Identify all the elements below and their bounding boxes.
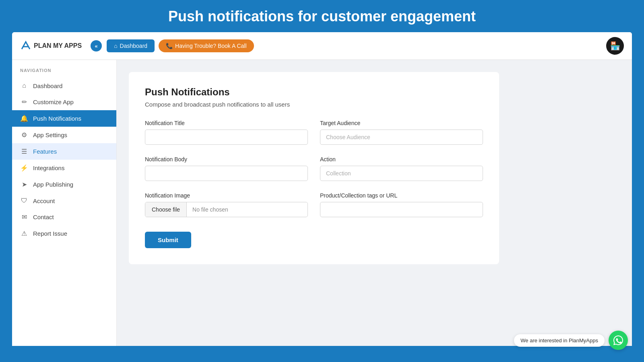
integrations-icon: ⚡ — [20, 164, 28, 172]
notification-title-group: Notification Title — [145, 120, 308, 145]
collapse-button[interactable]: « — [91, 40, 102, 51]
topbar-nav: ⌂ Dashboard 📞 Having Trouble? Book A Cal… — [107, 39, 601, 52]
form-card: Push Notifications Compose and broadcast… — [129, 72, 499, 264]
gear-icon: ⚙ — [20, 131, 28, 139]
product-tags-group: Product/Collection tags or URL — [320, 192, 483, 217]
target-audience-label: Target Audience — [320, 120, 483, 126]
warning-icon: ⚠ — [20, 230, 28, 237]
sidebar-item-dashboard[interactable]: ⌂ Dashboard — [12, 78, 116, 94]
sidebar-item-features[interactable]: ☰ Features — [12, 143, 116, 160]
form-row-2: Notification Body Action — [145, 156, 483, 181]
form-title: Push Notifications — [145, 86, 483, 98]
action-label: Action — [320, 156, 483, 162]
sidebar-item-app-publishing[interactable]: ➤ App Publishing — [12, 176, 116, 193]
pencil-icon: ✏ — [20, 98, 28, 106]
sidebar-item-contact[interactable]: ✉ Contact — [12, 209, 116, 225]
shield-icon: 🛡 — [20, 197, 28, 204]
notification-body-input[interactable] — [145, 166, 308, 181]
action-group: Action — [320, 156, 483, 181]
page-header-title: Push notifications for customer engageme… — [0, 8, 644, 25]
sidebar-item-push-notifications[interactable]: 🔔 Push Notifications — [12, 110, 116, 127]
sidebar-item-label: Contact — [33, 214, 54, 220]
publish-icon: ➤ — [20, 181, 28, 188]
brand-icon — [20, 40, 31, 51]
form-subtitle: Compose and broadcast push notifications… — [145, 101, 483, 108]
sidebar-item-app-settings[interactable]: ⚙ App Settings — [12, 127, 116, 143]
choose-file-button[interactable]: Choose file — [145, 202, 187, 217]
target-audience-group: Target Audience — [320, 120, 483, 145]
notification-image-group: Notification Image Choose file No file c… — [145, 192, 308, 217]
sidebar-item-account[interactable]: 🛡 Account — [12, 193, 116, 209]
submit-button[interactable]: Submit — [145, 232, 191, 248]
sidebar-item-integrations[interactable]: ⚡ Integrations — [12, 160, 116, 176]
notification-title-input[interactable] — [145, 130, 308, 145]
chat-bubble: We are interested in PlanMyApps — [514, 334, 605, 347]
product-tags-label: Product/Collection tags or URL — [320, 192, 483, 199]
notification-body-label: Notification Body — [145, 156, 308, 162]
action-input[interactable] — [320, 166, 483, 181]
target-audience-input[interactable] — [320, 130, 483, 145]
sidebar-item-label: Features — [33, 148, 57, 155]
trouble-button[interactable]: 📞 Having Trouble? Book A Call — [159, 39, 254, 52]
topbar-right: 🏪 — [606, 37, 624, 55]
brand-name: PLAN MY APPS — [34, 42, 82, 49]
dashboard-button[interactable]: ⌂ Dashboard — [107, 39, 155, 52]
topbar: PLAN MY APPS « ⌂ Dashboard 📞 Having Trou… — [12, 32, 632, 60]
sidebar-item-label: Dashboard — [33, 82, 62, 89]
file-name-display: No file chosen — [187, 202, 308, 217]
notification-body-group: Notification Body — [145, 156, 308, 181]
envelope-icon: ✉ — [20, 213, 28, 221]
whatsapp-icon[interactable] — [609, 331, 628, 350]
sidebar-item-label: Integrations — [33, 165, 64, 171]
sidebar-item-label: App Settings — [33, 132, 67, 138]
notification-title-label: Notification Title — [145, 120, 308, 126]
bell-icon: 🔔 — [20, 115, 28, 122]
sidebar-item-label: Customize App — [33, 99, 74, 105]
brand-logo: PLAN MY APPS — [20, 40, 82, 51]
notification-image-label: Notification Image — [145, 192, 308, 199]
form-row-3: Notification Image Choose file No file c… — [145, 192, 483, 217]
content-area: Push Notifications Compose and broadcast… — [117, 60, 632, 346]
sidebar-item-label: Push Notifications — [33, 115, 81, 122]
sidebar-item-report-issue[interactable]: ⚠ Report Issue — [12, 225, 116, 242]
sidebar: NAVIGATION ⌂ Dashboard ✏ Customize App 🔔… — [12, 60, 117, 346]
home-icon: ⌂ — [20, 82, 28, 89]
product-tags-input[interactable] — [320, 202, 483, 217]
sidebar-item-label: Account — [33, 197, 55, 204]
nav-section-label: NAVIGATION — [12, 68, 116, 78]
sidebar-item-customize-app[interactable]: ✏ Customize App — [12, 94, 116, 110]
chat-widget: We are interested in PlanMyApps — [514, 331, 628, 350]
file-input-wrapper: Choose file No file chosen — [145, 202, 308, 217]
store-icon[interactable]: 🏪 — [606, 37, 624, 55]
phone-icon: 📞 — [166, 43, 173, 49]
list-icon: ☰ — [20, 148, 28, 155]
home-icon: ⌂ — [114, 43, 117, 49]
sidebar-item-label: App Publishing — [33, 181, 73, 188]
sidebar-item-label: Report Issue — [33, 230, 67, 237]
form-row-1: Notification Title Target Audience — [145, 120, 483, 145]
